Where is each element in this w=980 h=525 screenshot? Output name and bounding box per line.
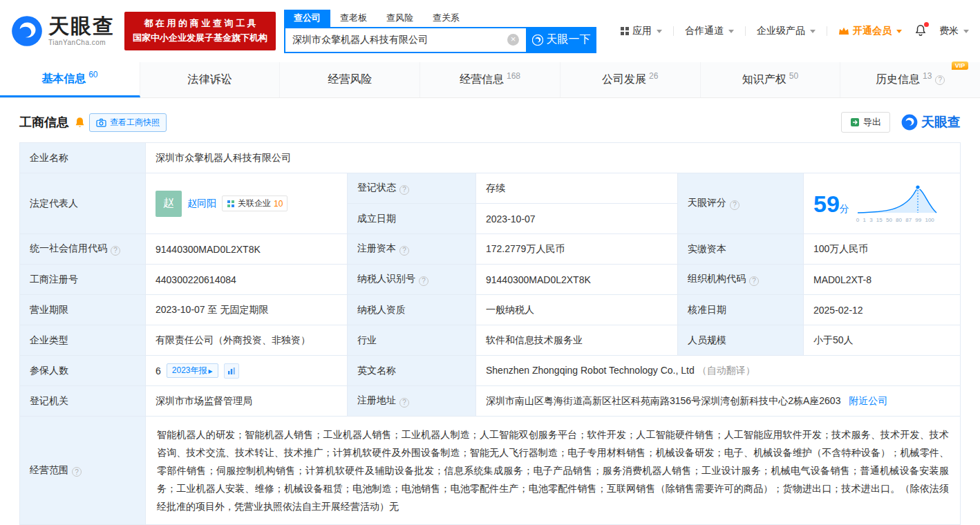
page: { "colors": { "accent": "#0084ff", "stat… (0, 0, 980, 525)
nav-enterprise-products[interactable]: 企业级产品 (757, 25, 816, 37)
export-icon (850, 117, 860, 127)
tab-label: 基本信息 (41, 72, 86, 86)
help-icon[interactable]: ? (72, 467, 82, 477)
value-legal-representative: 赵 赵同阳 关联企业 10 (146, 173, 348, 234)
label-registration-authority: 登记机关 (20, 386, 146, 417)
value-registered-address: 深圳市南山区粤海街道高新区社区科苑南路3156号深圳湾创新科技中心2栋A座260… (476, 386, 961, 417)
tab-count: 13 (923, 71, 932, 81)
chevron-down-icon (657, 30, 662, 33)
header-logo[interactable]: 天眼查 TianYanCha.com (11, 15, 115, 47)
slogan-line2: 国家中小企业发展子基金旗下机构 (133, 31, 267, 46)
value-taxpayer-quality: 一般纳税人 (476, 295, 678, 325)
label-tianyan-score: 天眼评分? (678, 173, 804, 234)
brand-watermark: 天眼查 (901, 113, 961, 131)
label-registered-address: 注册地址? (348, 386, 476, 417)
slogan-badge: 都 在 用 的 商 业 查 询 工 具 国家中小企业发展子基金旗下机构 (124, 12, 276, 50)
tab-count: 168 (507, 71, 520, 81)
search-area: 查公司 查老板 查风险 查关系 × 天眼一下 (284, 10, 596, 53)
nav-enterprise-label: 企业级产品 (757, 25, 805, 37)
logo-title: 天眼查 (48, 16, 115, 37)
clear-icon[interactable]: × (507, 34, 519, 46)
help-icon[interactable]: ? (935, 75, 945, 85)
help-icon[interactable]: ? (419, 276, 428, 286)
label-registration-number: 工商注册号 (20, 265, 146, 295)
label-registration-status: 登记状态? (348, 173, 476, 204)
brand-name: 天眼查 (921, 113, 961, 131)
tab-basic-info[interactable]: 基本信息 60 (0, 62, 140, 97)
tab-label: 公司发展 (602, 73, 646, 87)
tab-label: 知识产权 (742, 73, 786, 87)
search-tab-relation[interactable]: 查关系 (423, 10, 469, 27)
nav-apps[interactable]: 应用 (621, 25, 662, 37)
label-business-scope: 经营范围? (20, 417, 146, 525)
tab-label: 经营风险 (328, 73, 372, 87)
tab-operating-risk[interactable]: 经营风险 (280, 62, 420, 97)
related-companies-count: 10 (274, 199, 283, 209)
crown-icon (838, 27, 849, 35)
value-registration-status: 存续 (476, 173, 678, 204)
help-icon[interactable]: ? (399, 246, 409, 256)
arrow-right-icon: ▸ (209, 366, 213, 376)
tab-operating-info[interactable]: 经营信息 168 (420, 62, 560, 97)
tab-company-development[interactable]: 公司发展 26 (560, 62, 701, 97)
search-button[interactable]: 天眼一下 (526, 27, 596, 53)
help-icon[interactable]: ? (111, 246, 120, 256)
legal-representative-link[interactable]: 赵同阳 (187, 198, 216, 210)
value-staff-size: 小于50人 (804, 325, 961, 356)
insured-trend-chart-icon[interactable] (224, 363, 239, 379)
avatar[interactable]: 赵 (156, 191, 182, 217)
business-info-header: 工商信息 查看工商快照 导出 (19, 112, 961, 133)
value-company-type: 有限责任公司（外商投资、非独资） (146, 325, 348, 356)
value-insured-count: 6 2023年报▸ (146, 356, 348, 386)
nav-user[interactable]: 费米 (939, 25, 969, 37)
related-companies-tag[interactable]: 关联企业 10 (222, 195, 288, 211)
top-nav: 应用 合作通道 企业级产品 开通会员 费米 (621, 24, 969, 39)
value-tianyan-score: 59分 0 1 3 15 50 80 87 99 100 (804, 173, 961, 234)
label-establish-date: 成立日期 (348, 204, 476, 234)
search-tab-boss[interactable]: 查老板 (330, 10, 377, 27)
tab-count: 60 (88, 70, 97, 79)
logo-subtitle: TianYanCha.com (48, 39, 115, 46)
notification-bell[interactable] (914, 24, 927, 39)
value-business-scope: 智能机器人的研发；智能机器人销售；工业机器人销售；工业机器人制造；人工智能双创服… (146, 417, 961, 525)
export-button[interactable]: 导出 (841, 112, 890, 133)
divider (673, 26, 674, 36)
search-tab-company[interactable]: 查公司 (284, 10, 330, 27)
tab-intellectual-property[interactable]: 知识产权 50 (701, 62, 841, 97)
label-industry: 行业 (348, 325, 476, 356)
apps-grid-icon (621, 27, 629, 35)
score-chart[interactable]: 0 1 3 15 50 80 87 99 100 (856, 184, 938, 223)
related-companies-icon (227, 200, 235, 208)
main-content: 工商信息 查看工商快照 导出 (0, 112, 980, 525)
label-taxpayer-quality: 纳税人资质 (348, 295, 476, 325)
help-icon[interactable]: ? (749, 276, 759, 286)
tab-legal-litigation[interactable]: 法律诉讼 (140, 62, 281, 97)
tianyancha-logo-icon (11, 15, 43, 47)
label-insured-count: 参保人数 (20, 356, 146, 386)
help-icon[interactable]: ? (399, 398, 409, 408)
tab-label: 法律诉讼 (188, 73, 232, 87)
snapshot-button[interactable]: 查看工商快照 (89, 113, 167, 132)
nav-cooperation-label: 合作通道 (685, 25, 724, 37)
alert-bell-icon[interactable] (75, 117, 85, 128)
label-taxpayer-id: 纳税人识别号? (348, 265, 476, 295)
help-icon[interactable]: ? (730, 200, 739, 210)
related-companies-label: 关联企业 (238, 198, 271, 209)
search-input[interactable] (284, 27, 526, 53)
nav-vip-upgrade[interactable]: 开通会员 (838, 25, 902, 37)
tab-history-info[interactable]: 历史信息 13 VIP ? (840, 62, 980, 97)
value-registered-capital: 172.2779万人民币 (476, 234, 678, 265)
score-unit: 分 (840, 203, 849, 214)
search-tab-risk[interactable]: 查风险 (377, 10, 423, 27)
label-credit-code: 统一社会信用代码? (20, 234, 146, 265)
value-credit-code: 91440300MAD0L2XT8K (146, 234, 348, 265)
nav-cooperation[interactable]: 合作通道 (685, 25, 734, 37)
annual-report-link[interactable]: 2023年报▸ (167, 363, 218, 378)
help-icon[interactable]: ? (399, 185, 409, 195)
label-registered-capital: 注册资本? (348, 234, 476, 265)
label-business-term: 营业期限 (20, 295, 146, 325)
nav-user-label: 费米 (939, 25, 959, 37)
nearby-companies-link[interactable]: 附近公司 (849, 395, 887, 406)
search-button-label: 天眼一下 (547, 32, 591, 47)
value-organization-code: MAD0L2XT-8 (804, 265, 961, 295)
